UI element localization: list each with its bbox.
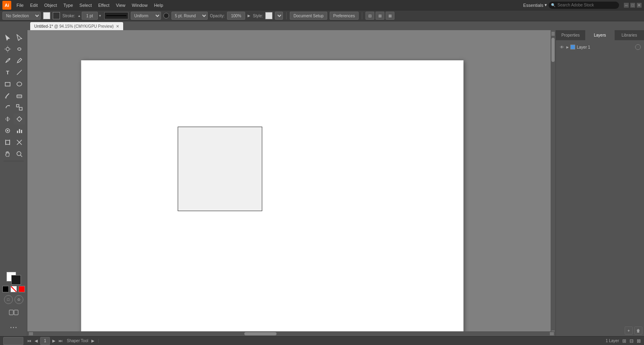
menu-object[interactable]: Object bbox=[41, 2, 60, 8]
black-swatch[interactable] bbox=[2, 286, 9, 292]
menu-type[interactable]: Type bbox=[61, 2, 76, 8]
document-setup-button[interactable]: Document Setup bbox=[290, 12, 327, 20]
tab-properties[interactable]: Properties bbox=[556, 30, 585, 41]
stroke-up-icon[interactable]: ▲ bbox=[78, 14, 81, 18]
scale-tool[interactable] bbox=[14, 102, 25, 113]
artboard-tool[interactable] bbox=[2, 137, 13, 148]
ellipse-tool[interactable] bbox=[14, 78, 25, 90]
horizontal-scroll-thumb[interactable] bbox=[244, 332, 277, 335]
drawn-rectangle[interactable] bbox=[178, 127, 262, 211]
tool-row-7 bbox=[2, 102, 25, 113]
close-tab-icon[interactable]: ✕ bbox=[116, 24, 119, 29]
type-tool[interactable]: T bbox=[2, 67, 13, 78]
scroll-up-arrow[interactable] bbox=[551, 32, 555, 36]
fill-stroke-swatches[interactable] bbox=[6, 272, 21, 285]
stroke-swatch[interactable] bbox=[53, 12, 60, 19]
align-left-button[interactable]: ⊟ bbox=[365, 12, 374, 20]
menu-help[interactable]: Help bbox=[151, 2, 166, 8]
page-number-input[interactable] bbox=[40, 337, 50, 345]
tool-row-2 bbox=[2, 43, 25, 55]
line-tool[interactable] bbox=[14, 67, 25, 78]
svg-rect-20 bbox=[19, 129, 20, 133]
shaper-tool[interactable] bbox=[14, 113, 25, 125]
style-swatch[interactable] bbox=[265, 12, 272, 19]
pencil-tool[interactable] bbox=[14, 55, 25, 66]
panel-footer: + 🗑 bbox=[556, 325, 644, 336]
magic-wand-tool[interactable] bbox=[2, 43, 13, 55]
tab-libraries[interactable]: Libraries bbox=[615, 30, 644, 41]
none-swatch[interactable] bbox=[10, 286, 17, 292]
align-right-button[interactable]: ⊞ bbox=[376, 12, 384, 20]
rectangle-tool[interactable] bbox=[2, 78, 13, 90]
layer-target-icon[interactable] bbox=[635, 44, 641, 50]
document-tab[interactable]: Untitled-1* @ 94.15% (CMYK/GPU Preview) … bbox=[30, 22, 123, 30]
stroke-input[interactable] bbox=[82, 12, 98, 20]
more-tools-button[interactable]: • • • bbox=[8, 322, 19, 333]
distribute-button[interactable]: ⊠ bbox=[386, 12, 394, 20]
menu-view[interactable]: View bbox=[113, 2, 128, 8]
paintbrush-tool[interactable] bbox=[2, 90, 13, 101]
vertical-scrollbar[interactable] bbox=[551, 30, 555, 336]
layer-visibility-icon[interactable]: 👁 bbox=[559, 44, 565, 50]
column-graph-tool[interactable] bbox=[14, 125, 25, 136]
last-page-button[interactable]: ⏭ bbox=[58, 338, 64, 344]
red-swatch[interactable] bbox=[19, 286, 25, 292]
pen-tool[interactable] bbox=[2, 55, 13, 66]
menu-edit[interactable]: Edit bbox=[27, 2, 41, 8]
stroke-cap-dropdown[interactable]: 5 pt. Round bbox=[171, 12, 208, 20]
slice-tool[interactable] bbox=[14, 137, 25, 148]
menu-window[interactable]: Window bbox=[129, 2, 151, 8]
maximize-button[interactable]: □ bbox=[630, 3, 635, 8]
eraser-tool[interactable] bbox=[14, 90, 25, 101]
style-dropdown[interactable] bbox=[275, 12, 283, 20]
more-status-icon[interactable]: ⊠ bbox=[637, 338, 641, 344]
menu-file[interactable]: File bbox=[14, 2, 27, 8]
preferences-button[interactable]: Preferences bbox=[330, 12, 359, 20]
stroke-cap-swatch[interactable] bbox=[163, 13, 169, 18]
library-button[interactable] bbox=[3, 307, 25, 318]
draw-modes-button[interactable]: □ bbox=[4, 295, 13, 304]
zoom-input[interactable]: 94.15% bbox=[3, 337, 23, 345]
lasso-tool[interactable] bbox=[14, 43, 25, 55]
symbol-tool[interactable] bbox=[2, 125, 13, 136]
vertical-scroll-thumb[interactable] bbox=[551, 38, 555, 62]
prev-page-button[interactable]: ◀ bbox=[33, 338, 39, 344]
scroll-left-arrow[interactable] bbox=[29, 332, 33, 335]
stroke-down-icon[interactable]: ▼ bbox=[99, 14, 102, 18]
menu-effect[interactable]: Effect bbox=[95, 2, 112, 8]
layer-expand-icon[interactable]: ▶ bbox=[566, 45, 569, 49]
fill-swatch[interactable] bbox=[43, 12, 50, 19]
layer-row[interactable]: 👁 ▶ Layer 1 bbox=[557, 42, 642, 52]
scroll-right-arrow[interactable] bbox=[550, 332, 554, 335]
new-layer-button[interactable]: + bbox=[625, 327, 633, 335]
chevron-down-icon: ▾ bbox=[545, 2, 547, 8]
tab-layers[interactable]: Layers bbox=[585, 30, 615, 41]
selection-dropdown[interactable]: No Selection bbox=[2, 12, 41, 20]
screen-modes-button[interactable]: ⊙ bbox=[14, 295, 23, 304]
next-page-button[interactable]: ▶ bbox=[51, 338, 57, 344]
zoom-display: 94.15% bbox=[3, 337, 23, 345]
hand-tool[interactable] bbox=[2, 148, 13, 160]
stroke-color-swatch[interactable] bbox=[11, 275, 21, 285]
opacity-input[interactable] bbox=[227, 12, 245, 20]
menu-select[interactable]: Select bbox=[76, 2, 95, 8]
close-button[interactable]: ✕ bbox=[637, 3, 642, 8]
stroke-type-dropdown[interactable]: Uniform bbox=[131, 12, 161, 20]
rotate-tool[interactable] bbox=[2, 102, 13, 113]
canvas-paper bbox=[81, 60, 464, 334]
selection-tool[interactable] bbox=[2, 32, 13, 43]
search-input[interactable] bbox=[549, 2, 619, 9]
arrange-icon[interactable]: ⊞ bbox=[622, 338, 626, 344]
horizontal-scrollbar[interactable] bbox=[27, 331, 555, 336]
menu-bar: Ai File Edit Object Type Select Effect V… bbox=[0, 0, 644, 10]
essentials-button[interactable]: Essentials ▾ bbox=[523, 2, 547, 8]
width-tool[interactable] bbox=[2, 113, 13, 125]
first-page-button[interactable]: ⏮ bbox=[27, 338, 32, 344]
delete-layer-button[interactable]: 🗑 bbox=[634, 327, 642, 335]
play-icon[interactable]: ▶ bbox=[91, 339, 95, 343]
opacity-arrow-icon[interactable]: ▶ bbox=[248, 14, 250, 18]
align-status-icon[interactable]: ⊟ bbox=[630, 338, 634, 344]
minimize-button[interactable]: ─ bbox=[624, 3, 629, 8]
zoom-tool[interactable] bbox=[14, 148, 25, 160]
direct-select-tool[interactable] bbox=[14, 32, 25, 43]
